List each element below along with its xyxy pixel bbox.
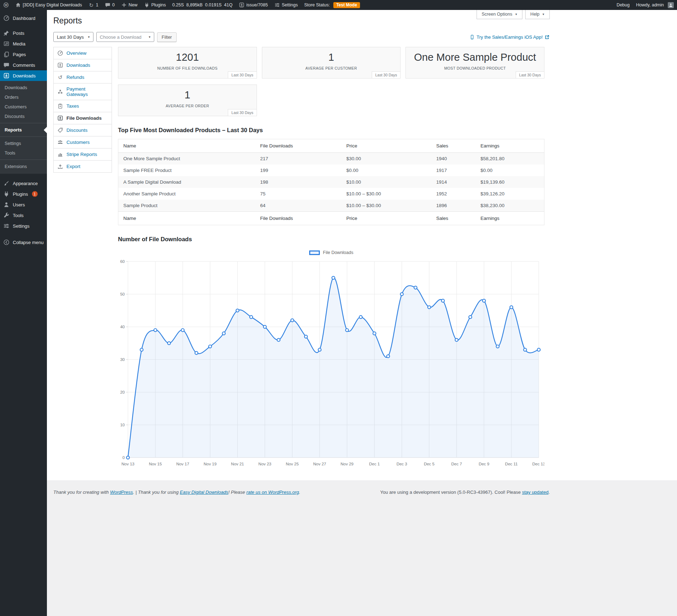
column-header: Name — [118, 139, 256, 153]
edd-settings-menu[interactable]: Settings — [271, 0, 301, 10]
tab-discounts[interactable]: Discounts — [53, 124, 112, 136]
help-button[interactable]: Help▼ — [525, 10, 550, 19]
data-point[interactable]: Nov 15: 39 — [154, 329, 157, 331]
updates-menu[interactable]: ↻1 — [85, 0, 102, 10]
data-point[interactable]: Nov 13: 0 — [127, 456, 129, 459]
data-point[interactable]: Dec 7: 36 — [455, 339, 458, 341]
data-point[interactable]: Dec 9: 48 — [483, 299, 485, 302]
data-point[interactable]: Nov 27: 33 — [318, 348, 321, 351]
filter-button[interactable]: Filter — [157, 32, 177, 42]
sidebar-item-media[interactable]: Media — [0, 38, 47, 49]
rate-us-link[interactable]: rate us on WordPress.org — [246, 490, 299, 495]
data-point[interactable]: Dec 11: 46 — [510, 306, 513, 309]
sidebar-subitem-customers[interactable]: Customers — [0, 102, 47, 112]
wp-logo-menu[interactable]: W — [0, 0, 12, 10]
tab-stripe-reports[interactable]: Stripe Reports — [53, 148, 112, 161]
data-point[interactable]: Nov 26: 37 — [305, 335, 307, 338]
sidebar-item-appearance[interactable]: Appearance — [0, 178, 47, 189]
query-monitor-stats[interactable]: 0.25S 8,895kB 0.0191S 41Q — [169, 0, 236, 10]
chart-canvas[interactable]: 0102030405060Nov 13Nov 15Nov 17Nov 19Nov… — [118, 258, 544, 471]
table-cell: $39,126.20 — [475, 188, 544, 200]
sidebar-item-settings[interactable]: Settings — [0, 221, 47, 231]
tab-export[interactable]: Export — [53, 160, 112, 173]
sidebar-subitem-downloads[interactable]: Downloads — [0, 83, 47, 92]
comments-menu[interactable]: 0 — [102, 0, 118, 10]
column-header: Name — [118, 212, 256, 225]
tab-file-downloads[interactable]: File Downloads — [53, 112, 112, 124]
data-point[interactable]: Dec 1: 38 — [373, 332, 376, 335]
store-status-menu[interactable]: Store Status:Test Mode — [301, 0, 363, 10]
data-point[interactable]: Nov 14: 33 — [140, 348, 143, 351]
sidebar-item-label: Collapse menu — [13, 240, 44, 245]
account-menu[interactable]: Howdy, admin — [633, 0, 677, 10]
branch-indicator[interactable]: issue/7085 — [236, 0, 271, 10]
chart-legend[interactable]: File Downloads — [118, 248, 544, 258]
file-downloads-chart[interactable]: 0102030405060Nov 13Nov 15Nov 17Nov 19Nov… — [118, 258, 544, 471]
edd-link[interactable]: Easy Digital Downloads — [180, 490, 229, 495]
stay-updated-link[interactable]: stay updated — [522, 490, 548, 495]
wordpress-link[interactable]: WordPress — [110, 490, 133, 495]
y-tick-label: 10 — [120, 423, 125, 427]
data-point[interactable]: Dec 12: 33 — [523, 348, 526, 351]
data-point[interactable]: Nov 30: 43 — [359, 315, 362, 318]
data-point[interactable]: Dec 8: 43 — [469, 315, 472, 318]
sidebar-item-users[interactable]: Users — [0, 199, 47, 210]
content-area: Screen Options▼ Help▼ Reports Last 30 Da… — [47, 10, 677, 480]
download-select[interactable]: Choose a Download▼ — [96, 32, 154, 42]
data-point[interactable]: Dec 3: 50 — [401, 293, 403, 296]
debug-menu[interactable]: Debug — [613, 0, 633, 10]
data-point[interactable]: Nov 28: 55 — [332, 276, 335, 279]
sidebar-item-plugins[interactable]: Plugins1 — [0, 189, 47, 199]
tab-overview[interactable]: Overview — [53, 47, 112, 59]
data-point[interactable]: Nov 17: 39 — [181, 329, 184, 331]
new-content-menu[interactable]: New — [118, 0, 141, 10]
tab-label: Stripe Reports — [66, 152, 97, 157]
reports-wrap: Screen Options▼ Help▼ Reports Last 30 Da… — [53, 10, 550, 471]
data-point[interactable]: Nov 19: 34 — [209, 345, 211, 348]
sidebar-item-comments[interactable]: Comments — [0, 60, 47, 70]
table-foot: NameFile DownloadsPriceSalesEarnings — [118, 212, 544, 225]
x-tick-label: Nov 27 — [313, 462, 326, 466]
sidebar-item-collapse-menu[interactable]: Collapse menu — [0, 237, 47, 248]
wordpress-logo-icon: W — [3, 2, 9, 8]
data-point[interactable]: Nov 25: 42 — [291, 319, 294, 321]
tab-refunds[interactable]: ↺Refunds — [53, 71, 112, 83]
sidebar-subitem-reports[interactable]: Reports — [0, 125, 47, 135]
sidebar-item-posts[interactable]: Posts — [0, 28, 47, 38]
date-range-select[interactable]: Last 30 Days▼ — [53, 32, 93, 42]
tab-customers[interactable]: Customers — [53, 136, 112, 148]
sidebar-item-tools[interactable]: Tools — [0, 210, 47, 221]
ios-app-link[interactable]: Try the Sales/Earnings iOS App! — [469, 34, 550, 40]
sidebar-subitem-orders[interactable]: Orders — [0, 92, 47, 102]
sidebar-item-pages[interactable]: Pages — [0, 49, 47, 60]
data-point[interactable]: Nov 21: 45 — [236, 309, 239, 312]
data-point[interactable]: Nov 24: 36 — [277, 339, 280, 341]
sidebar-subitem-settings[interactable]: Settings — [0, 139, 47, 148]
sidebar-item-downloads[interactable]: Downloads — [0, 70, 47, 81]
tab-downloads[interactable]: Downloads — [53, 59, 112, 71]
table-row: One More Sample Product217$30.001940$58,… — [118, 153, 544, 165]
tab-payment-gateways[interactable]: Payment Gateways — [53, 83, 112, 100]
screen-options-button[interactable]: Screen Options▼ — [477, 10, 522, 19]
data-point[interactable]: Nov 23: 40 — [263, 325, 266, 328]
data-point[interactable]: Nov 29: 39 — [345, 329, 348, 331]
data-point[interactable]: Dec 10: 34 — [496, 345, 499, 348]
tab-label: Refunds — [66, 75, 84, 80]
sidebar-subitem-extensions[interactable]: Extensions — [0, 162, 47, 171]
tab-taxes[interactable]: Taxes — [53, 100, 112, 112]
plugins-menu[interactable]: Plugins — [141, 0, 169, 10]
data-point[interactable]: Dec 6: 48 — [441, 299, 444, 302]
data-point[interactable]: Nov 22: 43 — [250, 315, 253, 318]
site-name-menu[interactable]: [3DD] Easy Digital Downloads — [12, 0, 85, 10]
sidebar-subitem-tools[interactable]: Tools — [0, 148, 47, 158]
data-point[interactable]: Dec 2: 31 — [387, 355, 389, 358]
data-point[interactable]: Dec 5: 46 — [428, 306, 431, 309]
data-point[interactable]: Dec 13: 33 — [537, 348, 540, 351]
data-point[interactable]: Dec 4: 52 — [414, 286, 417, 289]
data-point[interactable]: Nov 20: 38 — [222, 332, 225, 335]
sidebar-subitem-discounts[interactable]: Discounts — [0, 112, 47, 121]
data-point[interactable]: Nov 18: 32 — [195, 351, 198, 354]
data-point[interactable]: Nov 16: 35 — [167, 342, 170, 345]
sidebar-item-dashboard[interactable]: Dashboard — [0, 13, 47, 23]
tab-label: Taxes — [66, 103, 79, 109]
